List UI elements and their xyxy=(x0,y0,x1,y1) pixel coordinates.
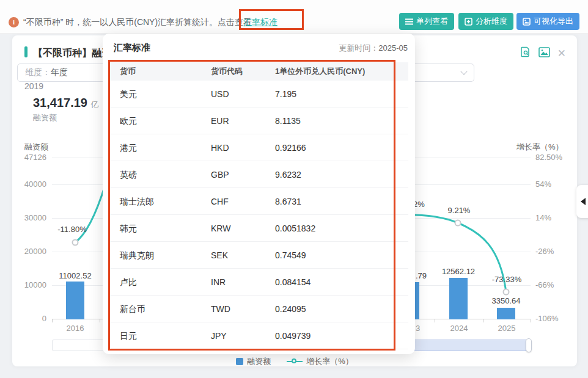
visual-export-button[interactable]: 可视化导出 xyxy=(516,13,579,30)
currency-code: INR xyxy=(211,269,226,296)
currency-name: 英磅 xyxy=(120,161,137,188)
list-icon xyxy=(405,18,413,25)
currency-code: CHF xyxy=(211,188,229,215)
x-axis-tick xyxy=(483,319,483,322)
kpi-year: 2019 xyxy=(24,81,43,91)
left-axis-tick: 47126 xyxy=(4,153,46,162)
chart-legend: 融资额 增长率（%） xyxy=(12,356,577,367)
x-label-2023-partial: 3 xyxy=(416,324,420,333)
kpi-unit: 亿 xyxy=(91,100,99,109)
select-value: 年度 xyxy=(51,67,68,78)
chevron-down-icon xyxy=(460,68,467,75)
x-axis-tick xyxy=(435,319,435,322)
x-label-2025: 2025 xyxy=(488,324,525,333)
bar-label-2016: 11002.52 xyxy=(51,271,100,280)
legend-item-bar[interactable]: 融资额 xyxy=(236,356,271,367)
right-axis-tick: 82.50% xyxy=(535,153,562,162)
button-label: 分析维度 xyxy=(476,16,507,27)
notice-text: “不限币种” 时，统一以人民币(CNY)汇率折算统计。点击查看 xyxy=(23,17,252,28)
currency-name: 新台币 xyxy=(120,296,145,322)
table-row: 欧元 EUR 8.1135 xyxy=(110,107,408,134)
currency-rate: 0.0051832 xyxy=(275,215,315,242)
kpi-amount: 31,417.19 xyxy=(33,96,87,109)
line-label-2016: -11.80% xyxy=(48,225,97,234)
bar-label-2023-partial: .79 xyxy=(416,271,427,280)
close-icon[interactable]: ✕ xyxy=(557,48,566,59)
x-axis-tick xyxy=(100,319,100,322)
line-label-2024: 9.21% xyxy=(435,206,483,215)
arrow-left-icon xyxy=(581,198,586,205)
kpi-value: 31,417.19 亿 xyxy=(33,96,99,110)
currency-rate: 0.74549 xyxy=(275,242,306,269)
update-time-value: 2025-05 xyxy=(378,43,408,53)
kpi-metric: 融资额 xyxy=(33,112,57,123)
currency-code: EUR xyxy=(211,107,229,134)
table-row: 韩元 KRW 0.0051832 xyxy=(110,215,408,242)
currency-rate: 9.6232 xyxy=(275,161,301,188)
table-row: 日元 JPY 0.049739 xyxy=(110,322,408,349)
collapse-panel-tab[interactable] xyxy=(576,185,588,218)
update-time-label: 更新时间： xyxy=(339,43,378,53)
exchange-rate-link[interactable]: 汇率标准 xyxy=(243,17,277,28)
right-axis-title: 增长率（%） xyxy=(516,142,564,153)
legend-item-line[interactable]: 增长率（%） xyxy=(287,356,353,367)
title-accent-bar xyxy=(24,46,28,57)
line-label-2025: -73.33% xyxy=(482,275,531,284)
left-axis-tick: 40000 xyxy=(4,180,46,189)
legend-label: 增长率（%） xyxy=(306,356,353,367)
currency-code: USD xyxy=(211,81,229,107)
right-axis-tick: 54% xyxy=(535,180,551,189)
currency-name: 日元 xyxy=(120,322,137,349)
bar-label-2024: 12562.12 xyxy=(434,267,483,276)
button-label: 可视化导出 xyxy=(534,16,573,27)
col-header-code: 货币代码 xyxy=(211,62,243,81)
currency-name: 瑞典克朗 xyxy=(120,242,154,269)
currency-rate: 0.049739 xyxy=(275,322,311,349)
info-icon: i xyxy=(9,17,19,27)
line-swatch-icon xyxy=(287,358,303,365)
currency-name: 卢比 xyxy=(120,269,137,296)
col-header-rate: 1单位外币兑人民币(CNY) xyxy=(275,62,365,81)
right-axis-tick: -26% xyxy=(535,247,554,256)
x-axis-tick xyxy=(52,319,53,322)
exchange-rate-modal: 汇率标准 更新时间：2025-05 货币 货币代码 1单位外币兑人民币(CNY)… xyxy=(103,34,415,354)
export-image-icon xyxy=(523,18,531,26)
bar-swatch-icon xyxy=(236,358,243,365)
page: i “不限币种” 时，统一以人民币(CNY)汇率折算统计。点击查看 汇率标准 单… xyxy=(0,0,588,378)
currency-code: HKD xyxy=(211,134,229,161)
left-axis-title: 融资额 xyxy=(24,142,48,153)
col-header-currency: 货币 xyxy=(120,62,136,81)
single-column-view-button[interactable]: 单列查看 xyxy=(399,13,454,30)
table-row: 卢比 INR 0.084154 xyxy=(110,269,408,296)
currency-code: KRW xyxy=(211,215,230,242)
currency-code: JPY xyxy=(211,322,227,349)
x-axis-tick xyxy=(531,319,531,322)
legend-label: 融资额 xyxy=(247,356,271,367)
table-row: 瑞典克朗 SEK 0.74549 xyxy=(110,242,408,269)
right-axis-tick: 14% xyxy=(535,213,551,222)
table-row: 美元 USD 7.195 xyxy=(110,81,408,107)
left-axis-tick: 0 xyxy=(4,314,46,323)
bar-2024 xyxy=(449,278,468,319)
right-axis-tick: -66% xyxy=(535,280,554,289)
currency-name: 瑞士法郎 xyxy=(120,188,154,215)
currency-rate: 0.24095 xyxy=(275,296,306,322)
currency-rate: 0.92166 xyxy=(275,134,306,161)
analysis-dimension-button[interactable]: 分析维度 xyxy=(458,13,513,30)
modal-title: 汇率标准 xyxy=(114,42,150,54)
bar-label-2025: 3350.64 xyxy=(482,296,531,305)
add-dimension-icon xyxy=(465,18,472,26)
table-row: 英磅 GBP 9.6232 xyxy=(110,161,408,188)
doc-search-icon[interactable] xyxy=(520,46,531,60)
table-header-row: 货币 货币代码 1单位外币兑人民币(CNY) xyxy=(110,62,408,81)
image-icon[interactable] xyxy=(538,47,550,60)
update-time: 更新时间：2025-05 xyxy=(339,43,408,54)
currency-code: SEK xyxy=(211,242,228,269)
currency-rate: 8.6731 xyxy=(275,188,301,215)
datazoom-handle[interactable] xyxy=(526,338,532,352)
currency-rate: 0.084154 xyxy=(275,269,311,296)
table-row: 瑞士法郎 CHF 8.6731 xyxy=(110,188,408,215)
left-axis-tick: 20000 xyxy=(4,247,46,256)
bar-2016 xyxy=(66,282,84,319)
top-notice-bar: i “不限币种” 时，统一以人民币(CNY)汇率折算统计。点击查看 汇率标准 单… xyxy=(0,0,588,34)
